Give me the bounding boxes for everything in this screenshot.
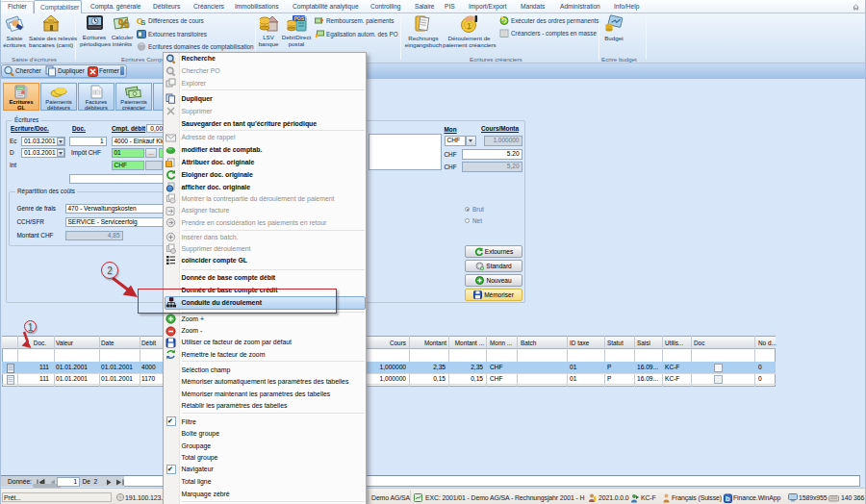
svg-text:%: % xyxy=(118,16,130,31)
svg-text:S: S xyxy=(140,18,146,26)
svg-text:b: b xyxy=(726,494,730,503)
svg-text:1: 1 xyxy=(467,20,471,30)
svg-text:POST: POST xyxy=(293,15,307,21)
